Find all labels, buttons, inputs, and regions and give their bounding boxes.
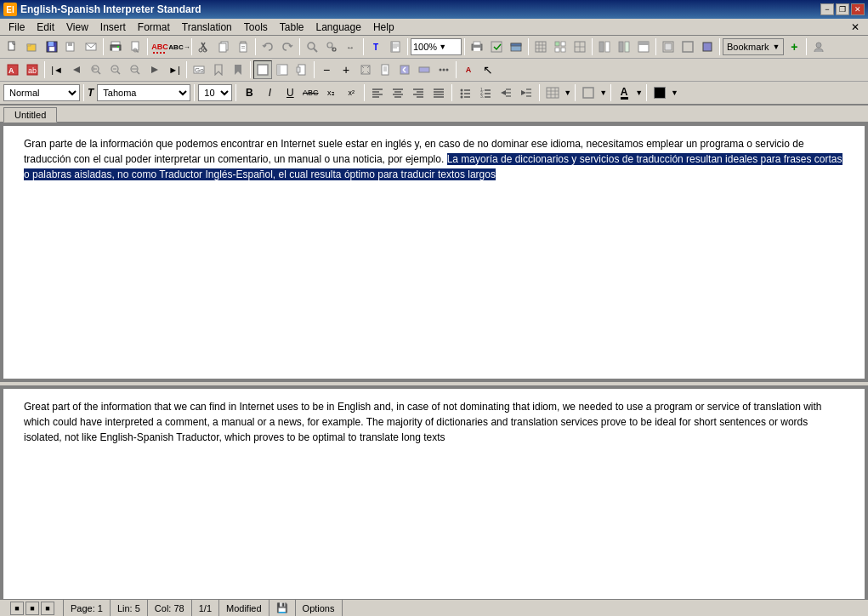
status-btn-2[interactable]: ■: [26, 602, 39, 603]
doc-tab-untitled[interactable]: Untitled: [3, 107, 57, 123]
zoom-in[interactable]: +: [337, 60, 355, 79]
zoom-box[interactable]: 100% ▼: [411, 38, 462, 55]
menu-insert[interactable]: Insert: [95, 20, 131, 35]
style-select[interactable]: Normal: [3, 84, 80, 101]
close-button[interactable]: ✕: [851, 3, 865, 15]
menu-help[interactable]: Help: [368, 20, 400, 35]
redo-button[interactable]: [278, 37, 297, 56]
border-dropdown[interactable]: ▼: [599, 88, 607, 97]
table3-button[interactable]: [551, 37, 570, 56]
view2-button[interactable]: [615, 37, 633, 56]
bottom-editor-content[interactable]: Great part of the information that we ca…: [3, 389, 865, 455]
email-button[interactable]: [82, 37, 100, 56]
view1-button[interactable]: [595, 37, 614, 56]
menu-close[interactable]: ✕: [846, 20, 865, 35]
goto-btn[interactable]: Go: [190, 60, 208, 79]
size-select[interactable]: 10: [198, 84, 232, 101]
list-ordered-button[interactable]: 1.2.3.: [476, 84, 495, 101]
text-color-btn[interactable]: A: [459, 60, 478, 79]
extra2-button[interactable]: [507, 37, 525, 56]
increase-indent-button[interactable]: [517, 84, 536, 101]
page-btn[interactable]: [292, 60, 311, 79]
cursor-btn[interactable]: ↖: [479, 60, 497, 79]
save-button[interactable]: [43, 37, 61, 56]
nav-prev-page[interactable]: [67, 60, 86, 79]
menu-table[interactable]: Table: [275, 20, 309, 35]
print-button[interactable]: [106, 37, 125, 56]
extra-btn-2[interactable]: ab: [23, 60, 42, 79]
menu-tools[interactable]: Tools: [239, 20, 273, 35]
status-btn-3[interactable]: ■: [41, 602, 54, 603]
align-left-button[interactable]: [368, 84, 387, 101]
align-right-button[interactable]: [409, 84, 428, 101]
menu-format[interactable]: Format: [133, 20, 175, 35]
spellcheck-button[interactable]: ABC: [150, 37, 169, 56]
menu-edit[interactable]: Edit: [31, 20, 60, 35]
zoom-out[interactable]: −: [317, 60, 336, 79]
zoom-fit[interactable]: [356, 60, 375, 79]
highlight-dropdown[interactable]: ▼: [671, 88, 678, 97]
bookmark-dropdown[interactable]: Bookmark ▼: [723, 38, 784, 55]
paste-button[interactable]: [234, 37, 252, 56]
status-btn-1[interactable]: ■: [10, 602, 24, 603]
layout1-button[interactable]: [659, 37, 678, 56]
menu-view[interactable]: View: [61, 20, 94, 35]
open-button[interactable]: [23, 37, 42, 56]
menu-file[interactable]: File: [3, 20, 30, 35]
font-select[interactable]: Tahoma: [97, 84, 190, 101]
font-color-dropdown[interactable]: ▼: [635, 88, 643, 97]
zoom-page[interactable]: [376, 60, 394, 79]
menu-language[interactable]: Language: [310, 20, 366, 35]
undo-button[interactable]: [258, 37, 277, 56]
bold-button[interactable]: B: [240, 84, 258, 101]
layout3-button[interactable]: [698, 37, 717, 56]
select-all-btn[interactable]: [395, 60, 414, 79]
translate-button[interactable]: T: [366, 37, 385, 56]
bookmark-add[interactable]: +: [785, 37, 803, 56]
printer2-button[interactable]: [468, 37, 486, 56]
more-btn[interactable]: [434, 60, 453, 79]
copy-button[interactable]: [214, 37, 233, 56]
cut-button[interactable]: [195, 37, 213, 56]
table4-button[interactable]: [570, 37, 589, 56]
save-as-button[interactable]: [62, 37, 81, 56]
highlight-button[interactable]: [650, 84, 669, 101]
find-book[interactable]: [126, 60, 145, 79]
border-button[interactable]: [579, 84, 598, 101]
superscript-button[interactable]: x²: [342, 84, 360, 101]
table-dropdown[interactable]: ▼: [564, 88, 571, 97]
top-editor-content[interactable]: Gran parte de la información que podemos…: [3, 126, 865, 192]
zoom-dropdown[interactable]: ▼: [439, 43, 446, 51]
page-view-btn[interactable]: [253, 60, 272, 79]
align-center-button[interactable]: [389, 84, 407, 101]
italic-button[interactable]: I: [260, 84, 279, 101]
extra1-button[interactable]: [487, 37, 506, 56]
find-prev[interactable]: [87, 60, 105, 79]
restore-button[interactable]: ❐: [836, 3, 849, 15]
table2-button[interactable]: [531, 37, 550, 56]
align-justify-button[interactable]: [429, 84, 448, 101]
mark2-btn[interactable]: [229, 60, 247, 79]
font-color-button[interactable]: A: [615, 84, 633, 101]
autocorrect-button[interactable]: ABC→: [170, 37, 189, 56]
dict-button[interactable]: [386, 37, 405, 56]
list-unordered-button[interactable]: [456, 84, 474, 101]
nav-first[interactable]: |◄: [48, 60, 66, 79]
find-next[interactable]: [106, 60, 125, 79]
print-preview-button[interactable]: [126, 37, 145, 56]
decrease-indent-button[interactable]: [496, 84, 515, 101]
find-button[interactable]: [303, 37, 321, 56]
view3-button[interactable]: [634, 37, 653, 56]
replace2-button[interactable]: ↔: [342, 37, 360, 56]
mark-btn[interactable]: [209, 60, 228, 79]
layout2-button[interactable]: [678, 37, 697, 56]
sidebar-btn[interactable]: [273, 60, 292, 79]
status-options[interactable]: Options: [296, 600, 343, 602]
menu-translation[interactable]: Translation: [177, 20, 237, 35]
table-insert-button[interactable]: [543, 84, 562, 101]
extra-btn-1[interactable]: A: [3, 60, 22, 79]
abc-strikethrough-button[interactable]: ABC: [301, 84, 320, 101]
underline-button[interactable]: U: [281, 84, 299, 101]
user-button[interactable]: [809, 37, 828, 56]
replace-button[interactable]: [322, 37, 341, 56]
